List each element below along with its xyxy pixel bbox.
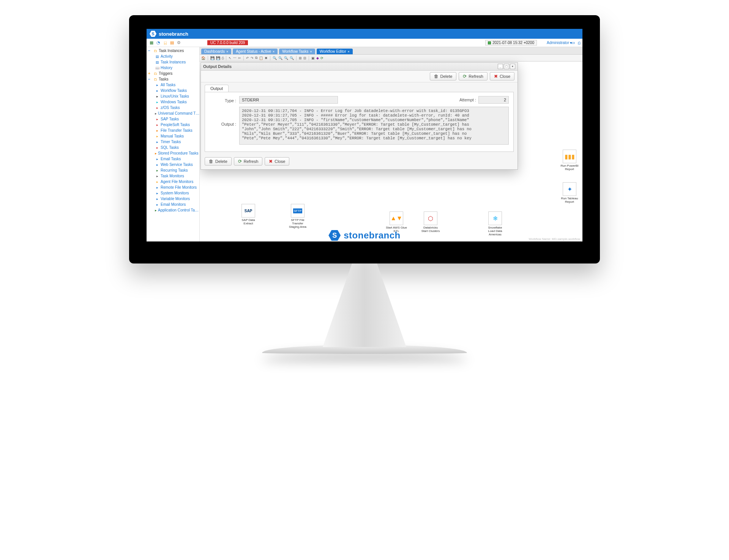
tab-close-icon[interactable]: × bbox=[310, 50, 312, 54]
tree-activity[interactable]: ▤Activity bbox=[153, 54, 199, 59]
console-icon[interactable]: ▭ bbox=[570, 40, 576, 46]
tb-paste-icon[interactable]: 📋 bbox=[259, 56, 263, 60]
tb-zoomfit-icon[interactable]: 🔍 bbox=[284, 56, 288, 60]
tb-print-icon[interactable]: ⎙ bbox=[222, 56, 224, 60]
sidebar-item[interactable]: ▸Universal Command T… bbox=[153, 110, 199, 116]
output-line: "Nils","Nils Buer","333","04216361320","… bbox=[242, 131, 506, 136]
workspace-tab[interactable]: Agent Status - Active× bbox=[233, 49, 278, 54]
tb-delete-icon[interactable]: ✖ bbox=[265, 56, 268, 60]
sidebar-item[interactable]: ▸Email Tasks bbox=[153, 156, 199, 162]
print-icon[interactable]: ⎙ bbox=[576, 40, 582, 46]
output-textarea[interactable]: 2020-12-31 09:31:27,704 - INFO - Error L… bbox=[239, 107, 509, 145]
tab-close-icon[interactable]: × bbox=[226, 50, 228, 54]
dialog-bottom-actions: 🗑Delete ⟳Refresh ✖Close bbox=[201, 155, 518, 169]
task-type-icon: ▸ bbox=[155, 202, 159, 207]
tree-task-instances-child[interactable]: ▤Task Instances bbox=[153, 59, 199, 65]
doc-icon: ▤ bbox=[155, 54, 159, 59]
sidebar-item[interactable]: ▸System Monitors bbox=[153, 190, 199, 196]
dialog-title-text: Output Details bbox=[203, 64, 232, 69]
top-refresh-button[interactable]: ⟳Refresh bbox=[459, 72, 488, 80]
sidebar-item[interactable]: ▸Stored Procedure Tasks bbox=[153, 150, 199, 156]
sidebar-item[interactable]: ▸Windows Tasks bbox=[153, 99, 199, 105]
monitor-mockup: S stonebranch ▦ ◔ ⌸ ▤ ⚙ UC 7.0.0.0 build… bbox=[129, 15, 600, 354]
tab-close-icon[interactable]: × bbox=[347, 50, 349, 54]
tree-history[interactable]: 📖History bbox=[153, 65, 199, 71]
tb-zoomin-icon[interactable]: 🔍 bbox=[273, 56, 277, 60]
sidebar-item[interactable]: ▸Application Control Ta… bbox=[153, 207, 199, 213]
tb-box-icon[interactable]: ▣ bbox=[311, 56, 315, 60]
tree-task-instances[interactable]: − 🗀 Task Instances bbox=[147, 48, 199, 54]
toolbar-gear-icon[interactable]: ⚙ bbox=[176, 40, 181, 46]
workspace-tab[interactable]: Workflow Tasks× bbox=[279, 49, 315, 54]
tb-save-icon[interactable]: 💾 bbox=[210, 56, 215, 60]
tb-zoom100-icon[interactable]: 🔍 bbox=[290, 56, 294, 60]
tb-undo-icon[interactable]: ↶ bbox=[246, 56, 249, 60]
node-label: Run Tableau Report bbox=[559, 197, 580, 203]
workflow-node[interactable]: ▮▮▮Run PowerBI Report bbox=[559, 150, 580, 171]
sidebar-item[interactable]: ▸Agent File Monitors bbox=[153, 179, 199, 185]
sidebar-item[interactable]: ▸Recurring Tasks bbox=[153, 167, 199, 173]
tb-save-all-icon[interactable]: 💾 bbox=[216, 56, 220, 60]
tab-label: Dashboards bbox=[204, 49, 225, 54]
close-window-button[interactable]: × bbox=[510, 64, 515, 69]
sidebar-item[interactable]: ▸Linux/Unix Tasks bbox=[153, 93, 199, 99]
sidebar-item[interactable]: ▸SAP Tasks bbox=[153, 116, 199, 122]
tb-redo-icon[interactable]: ↷ bbox=[251, 56, 254, 60]
output-tab[interactable]: Output bbox=[205, 85, 229, 92]
tree-tasks[interactable]: − 🗀 Tasks bbox=[147, 76, 199, 82]
sidebar-item[interactable]: ▸PeopleSoft Tasks bbox=[153, 122, 199, 128]
tree-triggers[interactable]: + 🗀 Triggers bbox=[147, 71, 199, 76]
workspace-tab[interactable]: Workflow Editor× bbox=[317, 49, 353, 54]
sidebar-item[interactable]: ▸SQL Tasks bbox=[153, 145, 199, 150]
admin-menu[interactable]: Administrator ▾ bbox=[547, 41, 572, 45]
sidebar-item[interactable]: ▸Variable Monitors bbox=[153, 196, 199, 202]
admin-label: Administrator bbox=[547, 41, 569, 45]
tb-home-icon[interactable]: 🏠 bbox=[201, 56, 205, 60]
sidebar-item[interactable]: ▸Email Monitors bbox=[153, 202, 199, 207]
bottom-delete-button[interactable]: 🗑Delete bbox=[205, 157, 232, 166]
output-line: "Pete","Pete Mey","444","04316361330","M… bbox=[242, 136, 506, 140]
node-icon: ❄ bbox=[488, 211, 502, 225]
toolbar-grid-icon[interactable]: ▦ bbox=[149, 40, 154, 46]
sidebar-item[interactable]: ▸Remote File Monitors bbox=[153, 185, 199, 190]
workspace-tab[interactable]: Dashboards× bbox=[201, 49, 231, 54]
bottom-refresh-button[interactable]: ⟳Refresh bbox=[234, 157, 263, 166]
sidebar-item-label: Remote File Monitors bbox=[161, 185, 197, 189]
sidebar-item-label: System Monitors bbox=[161, 191, 189, 195]
node-icon: ⬡ bbox=[424, 211, 437, 225]
tb-layout-icon[interactable]: ⊞ bbox=[299, 56, 302, 60]
sidebar-item[interactable]: ▸Task Monitors bbox=[153, 173, 199, 179]
tb-layout2-icon[interactable]: ⊟ bbox=[303, 56, 306, 60]
toolbar-pie-icon[interactable]: ◔ bbox=[156, 40, 161, 46]
sidebar-item[interactable]: ▸Workflow Tasks bbox=[153, 88, 199, 93]
tab-close-icon[interactable]: × bbox=[273, 50, 275, 54]
sidebar-item[interactable]: ▸Web Service Tasks bbox=[153, 162, 199, 167]
top-delete-button[interactable]: 🗑Delete bbox=[430, 72, 457, 80]
toolbar-report-icon[interactable]: ▤ bbox=[169, 40, 175, 46]
sidebar-item[interactable]: ▸Manual Tasks bbox=[153, 133, 199, 139]
caret-plus-icon: + bbox=[148, 71, 152, 76]
tb-diamond-icon[interactable]: ◆ bbox=[316, 56, 319, 60]
sidebar-item[interactable]: ▸File Transfer Tasks bbox=[153, 128, 199, 133]
workflow-node[interactable]: ✦Run Tableau Report bbox=[559, 182, 580, 203]
tb-copy-icon[interactable]: ⧉ bbox=[255, 56, 257, 60]
sidebar-item[interactable]: ▸z/OS Tasks bbox=[153, 105, 199, 110]
top-close-button[interactable]: ✖Close bbox=[490, 72, 514, 80]
tb-link-icon[interactable]: 〰 bbox=[233, 56, 237, 60]
tree-label: Task Instances bbox=[159, 49, 184, 53]
node-icon: SAP bbox=[241, 204, 255, 218]
bottom-close-button[interactable]: ✖Close bbox=[265, 157, 289, 166]
dialog-titlebar[interactable]: Output Details _ □ × bbox=[201, 63, 518, 71]
workflow-node[interactable]: SAPSAP Data Extract bbox=[238, 204, 259, 225]
tb-cut-icon[interactable]: ✂ bbox=[238, 56, 241, 60]
toolbar-db-icon[interactable]: ⌸ bbox=[163, 40, 168, 46]
workflow-node[interactable]: SFTPSFTP File Transfer Staging Area bbox=[287, 204, 308, 229]
sidebar-item[interactable]: ▸Timer Tasks bbox=[153, 139, 199, 145]
minimize-button[interactable]: _ bbox=[498, 64, 503, 69]
tb-cursor-icon[interactable]: ↖ bbox=[229, 56, 232, 60]
main-split: − 🗀 Task Instances ▤Activity ▤Task Insta… bbox=[147, 47, 582, 241]
tb-refresh-icon[interactable]: ⟳ bbox=[320, 56, 323, 60]
tb-zoomout-icon[interactable]: 🔍 bbox=[278, 56, 282, 60]
sidebar-item[interactable]: ▸All Tasks bbox=[153, 82, 199, 88]
maximize-button[interactable]: □ bbox=[504, 64, 509, 69]
